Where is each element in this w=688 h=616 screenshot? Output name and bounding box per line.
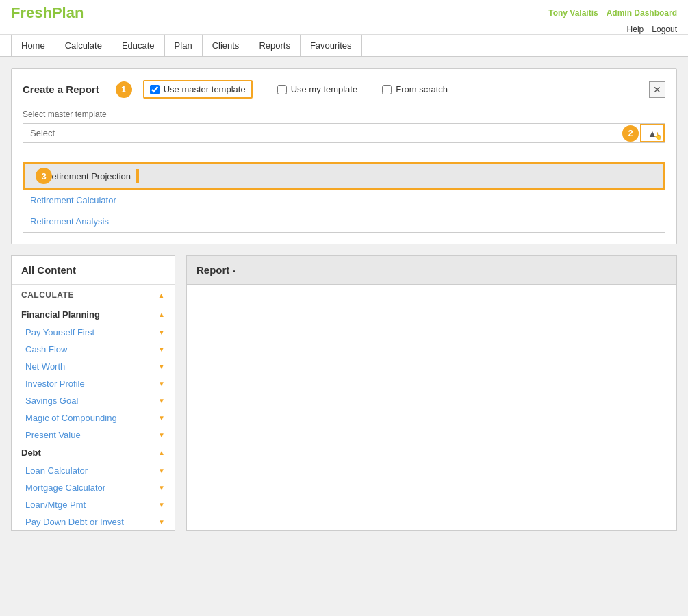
logo-plan: Plan (52, 4, 84, 21)
master-template-label: Use master template (164, 84, 246, 94)
card-title: Create a Report (23, 84, 99, 95)
item-label: Present Value (25, 430, 81, 440)
item-label: Loan/Mtge Pmt (25, 500, 86, 510)
calculate-arrow-icon: ▲ (158, 292, 165, 299)
logo[interactable]: FreshPlan (11, 4, 84, 22)
list-item-investor-profile[interactable]: Investor Profile ▼ (12, 375, 175, 392)
card-header: Create a Report 1 Use master template Us… (23, 80, 665, 99)
bottom-row: All Content CALCULATE ▲ Financial Planni… (11, 255, 677, 531)
select-row: Select 2 ▲ 👆 (23, 123, 665, 143)
item-label: Pay Yourself First (25, 327, 94, 337)
item-label: Loan Calculator (25, 465, 88, 476)
select-display[interactable]: Select (23, 124, 640, 142)
item-arrow-icon: ▼ (158, 484, 165, 491)
nav-favourites[interactable]: Favourites (301, 35, 362, 56)
report-body (187, 285, 676, 422)
item-arrow-icon: ▼ (158, 346, 165, 353)
item-label: Investor Profile (25, 378, 85, 389)
nav-clients[interactable]: Clients (203, 35, 250, 56)
item-label-retirement-calculator: Retirement Calculator (30, 195, 116, 205)
master-template-option[interactable]: Use master template (143, 80, 253, 99)
debt-section-header[interactable]: Debt ▲ (12, 444, 175, 462)
close-button[interactable]: ✕ (649, 81, 665, 98)
step-badge-2: 2 (622, 125, 639, 142)
header: FreshPlan Tony Valaitis Admin Dashboard … (0, 0, 688, 35)
scratch-label: From scratch (396, 84, 448, 94)
all-content-title: All Content (12, 256, 175, 285)
main-content: Create a Report 1 Use master template Us… (0, 57, 688, 542)
scratch-option[interactable]: From scratch (382, 84, 448, 94)
dropdown-container: 3 Retirement Projection Retirement Calcu… (23, 143, 665, 233)
nav-plan[interactable]: Plan (165, 35, 203, 56)
my-template-option[interactable]: Use my template (277, 84, 358, 94)
help-link[interactable]: Help (627, 25, 644, 34)
list-item-cash-flow[interactable]: Cash Flow ▼ (12, 341, 175, 358)
calculate-section-header[interactable]: CALCULATE ▲ (12, 285, 175, 305)
cursor-indicator: 👆 (654, 132, 662, 140)
item-arrow-icon: ▼ (158, 431, 165, 439)
item-arrow-icon: ▼ (158, 501, 165, 509)
item-label: Cash Flow (25, 344, 67, 355)
financial-planning-arrow-icon: ▲ (158, 311, 165, 318)
item-label-retirement-analysis: Retirement Analysis (30, 216, 109, 227)
calculate-label: CALCULATE (21, 290, 74, 300)
item-arrow-icon: ▼ (158, 518, 165, 526)
nav-educate[interactable]: Educate (112, 35, 165, 56)
logout-link[interactable]: Logout (652, 25, 677, 34)
list-item-loan-calculator[interactable]: Loan Calculator ▼ (12, 462, 175, 479)
item-arrow-icon: ▼ (158, 414, 165, 422)
select-label: Select master template (23, 110, 665, 119)
scratch-checkbox[interactable] (382, 85, 392, 94)
item-label-retirement-projection: Retirement Projection (45, 171, 131, 181)
nav-home[interactable]: Home (11, 35, 55, 56)
step-badge-3: 3 (36, 168, 52, 184)
report-panel: Report - (186, 255, 677, 531)
item-label: Pay Down Debt or Invest (25, 517, 124, 527)
nav-bar: Home Calculate Educate Plan Clients Repo… (0, 35, 688, 57)
item-arrow-icon: ▼ (158, 380, 165, 387)
item-label: Net Worth (25, 361, 65, 372)
user-name: Tony Valaitis (548, 8, 598, 18)
list-item-savings-goal[interactable]: Savings Goal ▼ (12, 392, 175, 409)
financial-planning-label: Financial Planning (21, 309, 100, 320)
item-label: Magic of Compounding (25, 413, 117, 423)
my-template-label: Use my template (291, 84, 358, 94)
all-content-panel: All Content CALCULATE ▲ Financial Planni… (11, 255, 175, 531)
dropdown-search[interactable] (23, 143, 665, 162)
financial-planning-header[interactable]: Financial Planning ▲ (12, 305, 175, 324)
admin-dashboard-link[interactable]: Admin Dashboard (607, 8, 677, 18)
item-arrow-icon: ▼ (158, 329, 165, 336)
item-indicator (136, 169, 139, 183)
select-arrow-button[interactable]: 2 ▲ 👆 (640, 124, 665, 142)
item-arrow-icon: ▼ (158, 363, 165, 370)
item-label: Mortgage Calculator (25, 483, 105, 493)
list-item-net-worth[interactable]: Net Worth ▼ (12, 358, 175, 375)
header-links-row: Help Logout (11, 25, 677, 34)
item-arrow-icon: ▼ (158, 467, 165, 474)
dropdown-item-retirement-projection[interactable]: 3 Retirement Projection (23, 162, 665, 190)
report-header: Report - (187, 256, 676, 285)
list-item-pay-yourself-first[interactable]: Pay Yourself First ▼ (12, 324, 175, 341)
list-item-mortgage-calculator[interactable]: Mortgage Calculator ▼ (12, 479, 175, 496)
select-section: Select master template Select 2 ▲ 👆 3 Re… (23, 110, 665, 233)
dropdown-item-retirement-analysis[interactable]: Retirement Analysis (23, 211, 665, 232)
header-right: Tony Valaitis Admin Dashboard (548, 8, 677, 18)
debt-arrow-icon: ▲ (158, 449, 165, 457)
nav-reports[interactable]: Reports (249, 35, 301, 56)
item-label: Savings Goal (25, 396, 78, 406)
list-item-pay-down-debt[interactable]: Pay Down Debt or Invest ▼ (12, 513, 175, 530)
header-top: FreshPlan Tony Valaitis Admin Dashboard (11, 4, 677, 25)
create-report-card: Create a Report 1 Use master template Us… (11, 68, 677, 244)
list-item-magic-of-compounding[interactable]: Magic of Compounding ▼ (12, 409, 175, 426)
item-arrow-icon: ▼ (158, 397, 165, 405)
debt-label: Debt (21, 448, 41, 458)
step-badge-1: 1 (116, 81, 132, 98)
list-item-present-value[interactable]: Present Value ▼ (12, 426, 175, 444)
list-item-loan-mtge-pmt[interactable]: Loan/Mtge Pmt ▼ (12, 496, 175, 513)
my-template-checkbox[interactable] (277, 85, 287, 94)
nav-calculate[interactable]: Calculate (55, 35, 112, 56)
dropdown-item-retirement-calculator[interactable]: Retirement Calculator (23, 190, 665, 211)
master-template-checkbox[interactable] (150, 85, 160, 94)
logo-fresh: Fresh (11, 4, 52, 21)
